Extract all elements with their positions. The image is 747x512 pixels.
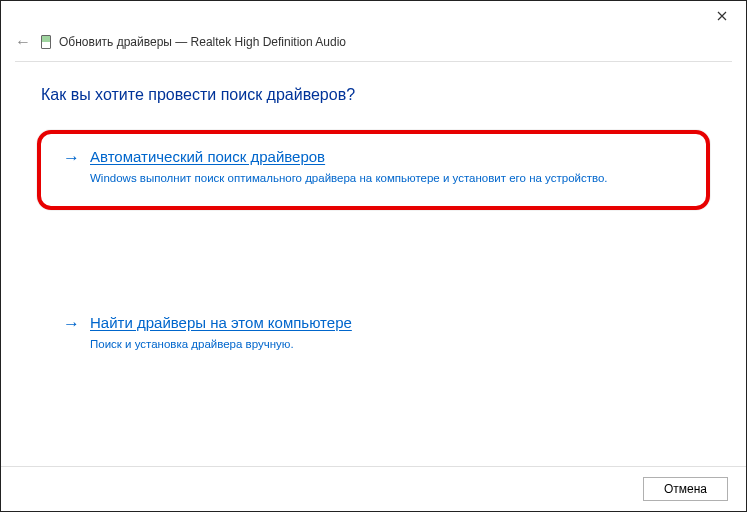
header-title: Обновить драйверы — Realtek High Definit… (59, 35, 346, 49)
content: Как вы хотите провести поиск драйверов? … (1, 62, 746, 370)
header-row: ← Обновить драйверы — Realtek High Defin… (1, 29, 746, 55)
option-auto-title: Автоматический поиск драйверов (90, 146, 684, 167)
arrow-right-icon: → (63, 148, 80, 168)
device-icon (41, 35, 51, 49)
option-auto-desc: Windows выполнит поиск оптимального драй… (90, 171, 684, 186)
option-manual-desc: Поиск и установка драйвера вручную. (90, 337, 684, 352)
footer: Отмена (1, 466, 746, 511)
close-button[interactable] (708, 5, 736, 27)
cancel-button[interactable]: Отмена (643, 477, 728, 501)
update-drivers-dialog: ← Обновить драйверы — Realtek High Defin… (0, 0, 747, 512)
page-heading: Как вы хотите провести поиск драйверов? (41, 86, 706, 104)
option-auto-search[interactable]: → Автоматический поиск драйверов Windows… (37, 130, 710, 210)
option-manual-title: Найти драйверы на этом компьютере (90, 312, 684, 333)
option-manual-search[interactable]: → Найти драйверы на этом компьютере Поис… (41, 298, 706, 370)
back-arrow-icon: ← (15, 33, 31, 51)
arrow-right-icon: → (63, 314, 80, 334)
